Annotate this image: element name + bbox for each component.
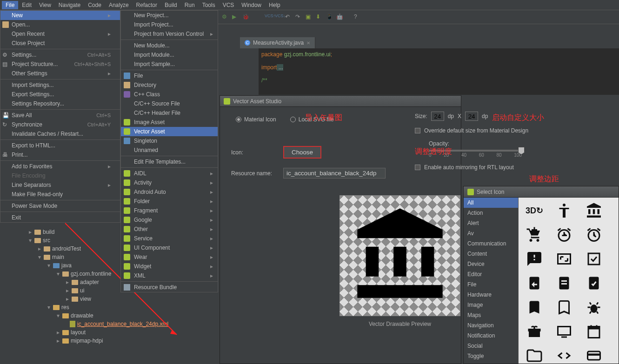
add-alarm-icon[interactable] bbox=[551, 225, 577, 245]
file-settings[interactable]: ⚙Settings...Ctrl+Alt+S bbox=[0, 50, 120, 60]
assignment-icon[interactable] bbox=[551, 273, 577, 293]
file-open-recent[interactable]: Open Recent▸ bbox=[0, 29, 120, 39]
new-edit-templates[interactable]: Edit File Templates... bbox=[121, 157, 218, 166]
cat-social[interactable]: Social bbox=[464, 341, 518, 351]
file-encoding[interactable]: File Encoding bbox=[0, 171, 120, 180]
cat-notification[interactable]: Notification bbox=[464, 331, 518, 341]
aspect-ratio-icon[interactable] bbox=[551, 249, 577, 269]
new-from-vcs[interactable]: Project from Version Control▸ bbox=[121, 29, 218, 39]
sdk-icon[interactable]: ⬇ bbox=[316, 13, 323, 21]
cat-hardware[interactable]: Hardware bbox=[464, 290, 518, 300]
tree-view[interactable]: ▸view bbox=[0, 295, 218, 303]
make-icon[interactable]: ⚙ bbox=[222, 13, 229, 21]
tree-drawable-file[interactable]: ic_account_balance_black_24dp.xml bbox=[0, 320, 218, 328]
menu-view[interactable]: View bbox=[35, 1, 55, 9]
new-cpp-class[interactable]: C++ Class bbox=[121, 90, 218, 99]
editor-tab[interactable]: C MeasureActivity.java ✕ bbox=[240, 37, 315, 48]
height-input[interactable] bbox=[465, 112, 478, 121]
add-shopping-cart-icon[interactable] bbox=[521, 225, 547, 245]
new-activity[interactable]: Activity▸ bbox=[121, 178, 218, 187]
run-icon[interactable]: ▶ bbox=[232, 13, 240, 21]
new-xml[interactable]: XML▸ bbox=[121, 271, 218, 280]
new-module[interactable]: New Module... bbox=[121, 41, 218, 50]
radio-material[interactable]: Material Icon bbox=[236, 116, 276, 123]
menu-refactor[interactable]: Refactor bbox=[133, 1, 161, 9]
redo-icon[interactable]: ↷ bbox=[295, 13, 303, 21]
file-open[interactable]: Open... bbox=[0, 20, 120, 29]
menu-help[interactable]: Help bbox=[265, 1, 284, 9]
date-icon[interactable] bbox=[581, 321, 607, 342]
file-settings-repo[interactable]: Settings Repository... bbox=[0, 99, 120, 108]
choose-button[interactable]: Choose bbox=[283, 146, 321, 159]
cat-file[interactable]: File bbox=[464, 279, 518, 290]
menu-analyze[interactable]: Analyze bbox=[105, 1, 133, 9]
debug-icon[interactable]: 🐞 bbox=[242, 13, 250, 21]
menu-tools[interactable]: Tools bbox=[199, 1, 219, 9]
payment-icon[interactable] bbox=[581, 345, 607, 364]
new-file[interactable]: File bbox=[121, 71, 218, 80]
file-synchronize[interactable]: ↻SynchronizeCtrl+Alt+Y bbox=[0, 120, 120, 129]
file-save-all[interactable]: 💾Save AllCtrl+S bbox=[0, 111, 120, 120]
file-invalidate[interactable]: Invalidate Caches / Restart... bbox=[0, 129, 120, 139]
new-project[interactable]: New Project... bbox=[121, 11, 218, 20]
new-import-module[interactable]: Import Module... bbox=[121, 50, 218, 60]
file-new[interactable]: New▸ bbox=[0, 11, 120, 20]
folder-icon[interactable] bbox=[521, 345, 547, 364]
accessibility-icon[interactable] bbox=[551, 200, 577, 221]
dialog-titlebar[interactable]: Vector Asset Studio ✕ bbox=[220, 96, 461, 107]
new-import-project[interactable]: Import Project... bbox=[121, 20, 218, 29]
feedback-icon[interactable] bbox=[521, 249, 547, 269]
new-android-auto[interactable]: Android Auto▸ bbox=[121, 187, 218, 197]
new-cpp-header[interactable]: C/C++ Header File bbox=[121, 108, 218, 118]
new-unnamed[interactable]: Unnamed bbox=[121, 146, 218, 155]
bookmark-icon[interactable] bbox=[521, 297, 547, 318]
assignment-return-icon[interactable] bbox=[521, 273, 547, 293]
cat-navigation[interactable]: Navigation bbox=[464, 320, 518, 331]
cat-communication[interactable]: Communication bbox=[464, 238, 518, 249]
cat-toggle[interactable]: Toggle bbox=[464, 351, 518, 361]
card-gift-icon[interactable] bbox=[521, 321, 547, 342]
help-icon[interactable]: ? bbox=[354, 13, 361, 21]
cat-content[interactable]: Content bbox=[464, 249, 518, 259]
menu-run[interactable]: Run bbox=[181, 1, 199, 9]
file-close-project[interactable]: Close Project bbox=[0, 39, 120, 48]
new-import-sample[interactable]: Import Sample... bbox=[121, 60, 218, 69]
new-service[interactable]: Service▸ bbox=[121, 234, 218, 243]
close-icon[interactable]: ✕ bbox=[306, 40, 310, 46]
menu-navigate[interactable]: Navigate bbox=[55, 1, 84, 9]
cat-alert[interactable]: Alert bbox=[464, 218, 518, 228]
file-export-settings[interactable]: Export Settings... bbox=[0, 90, 120, 99]
new-singleton[interactable]: Singleton bbox=[121, 136, 218, 146]
tree-res[interactable]: ▾res bbox=[0, 303, 218, 311]
new-google[interactable]: Google▸ bbox=[121, 215, 218, 225]
file-line-sep[interactable]: Line Separators▸ bbox=[0, 180, 120, 190]
menu-file[interactable]: File bbox=[2, 1, 18, 9]
tree-drawable[interactable]: ▾drawable bbox=[0, 311, 218, 320]
new-image-asset[interactable]: Image Asset bbox=[121, 118, 218, 127]
tree-mipmap[interactable]: ▸mipmap-hdpi bbox=[0, 337, 218, 345]
tree-layout[interactable]: ▸layout bbox=[0, 328, 218, 337]
android-icon[interactable]: 🤖 bbox=[336, 13, 344, 21]
rtl-checkbox[interactable] bbox=[415, 165, 420, 170]
new-vector-asset[interactable]: Vector Asset bbox=[121, 127, 218, 136]
new-wear[interactable]: Wear▸ bbox=[121, 252, 218, 262]
menu-edit[interactable]: Edit bbox=[18, 1, 35, 9]
cat-device[interactable]: Device bbox=[464, 259, 518, 269]
assignment-check-icon[interactable] bbox=[581, 273, 607, 293]
check-box-icon[interactable] bbox=[581, 249, 607, 269]
cat-action[interactable]: Action bbox=[464, 208, 518, 218]
override-checkbox[interactable] bbox=[415, 128, 420, 133]
new-folder[interactable]: Folder▸ bbox=[121, 197, 218, 206]
monitor-icon[interactable]: 📱 bbox=[326, 13, 333, 21]
width-input[interactable] bbox=[431, 112, 444, 121]
account-balance-icon[interactable] bbox=[581, 200, 607, 221]
new-aidl[interactable]: AIDL▸ bbox=[121, 169, 218, 178]
menu-window[interactable]: Window bbox=[238, 1, 265, 9]
menu-code[interactable]: Code bbox=[84, 1, 105, 9]
menu-build[interactable]: Build bbox=[161, 1, 181, 9]
file-print[interactable]: 🖶Print... bbox=[0, 150, 120, 159]
new-cpp-source[interactable]: C/C++ Source File bbox=[121, 99, 218, 108]
cat-all[interactable]: All bbox=[464, 198, 518, 208]
editor-body[interactable]: package gzj.com.frontline.ui; import ...… bbox=[259, 48, 619, 95]
resource-name-input[interactable] bbox=[283, 168, 386, 179]
